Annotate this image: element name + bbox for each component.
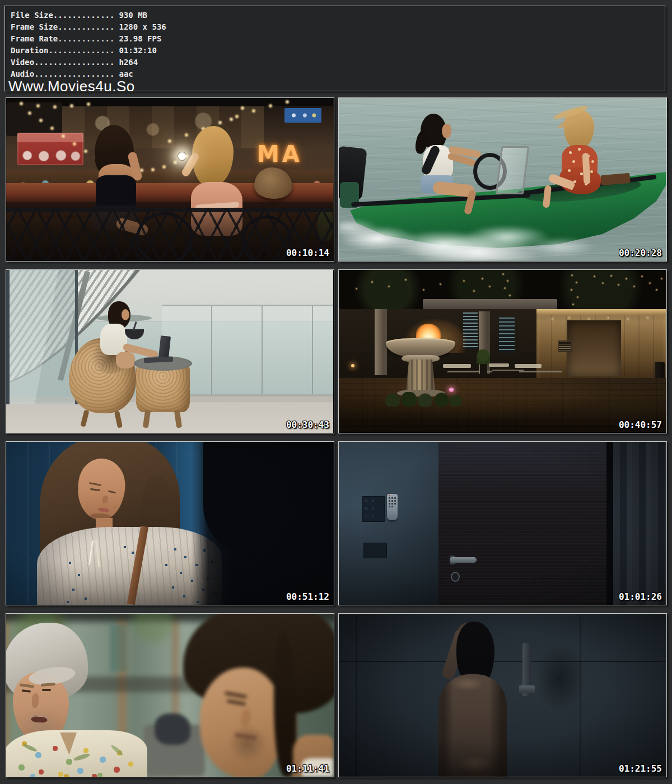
still-art: [339, 98, 666, 261]
info-leader: .................: [34, 58, 114, 67]
younger-man-blurred: [6, 614, 334, 777]
windshield: [496, 146, 530, 194]
bench: [489, 363, 509, 367]
boat-wake-spray: [339, 208, 596, 261]
still-art: [6, 442, 334, 605]
still-art: MA: [6, 98, 334, 261]
info-row-video: Video.................h264: [11, 57, 166, 68]
building-ceiling-light: [536, 309, 666, 315]
dress-floral-pattern: [339, 98, 340, 100]
downlights: [339, 270, 340, 272]
still-art: [339, 614, 666, 777]
movie-still-two-men: 01:11:41: [6, 613, 334, 777]
wall-plaque: [558, 340, 572, 352]
media-info-panel: File Size.............930 MB Frame Size.…: [4, 6, 665, 91]
red-banner: [17, 133, 83, 165]
timestamp-overlay: 00:51:12: [286, 592, 329, 601]
movie-still-blouse-woman: 00:51:12: [6, 441, 334, 605]
info-value: 930 MB: [114, 11, 147, 20]
timestamp-overlay: 00:40:57: [619, 421, 662, 430]
garden-lamp: [351, 364, 354, 367]
info-row-framerate: Frame Rate............23.98 FPS: [11, 33, 166, 45]
still-art: [339, 442, 666, 605]
media-info-lines: File Size.............930 MB Frame Size.…: [11, 10, 166, 80]
chair-hoop: [241, 216, 292, 261]
timestamp-overlay: 00:30:43: [286, 421, 329, 430]
info-value: 01:32:10: [114, 46, 156, 55]
info-label: Audio: [11, 69, 34, 78]
plant-pot: [480, 364, 487, 376]
glass-wall: [6, 270, 78, 404]
vignette: [6, 442, 334, 605]
bench: [515, 364, 542, 368]
info-label: Frame Rate: [11, 34, 58, 43]
woman-face: [122, 309, 129, 320]
phone-flash-glow: [178, 152, 186, 161]
site-watermark: Www.Movies4u.So: [8, 79, 135, 94]
info-leader: ............: [58, 22, 114, 31]
mural-wall: [62, 106, 264, 148]
movie-still-boat: 00:20:28: [338, 97, 667, 262]
timestamp-overlay: 01:01:26: [619, 592, 662, 601]
info-value: h264: [114, 58, 138, 67]
dj-booth: [6, 102, 62, 136]
shrubs: [380, 392, 462, 407]
timestamp-overlay: 01:11:41: [286, 764, 329, 773]
woman-white-top: [100, 324, 127, 355]
pink-flower-light: [449, 388, 454, 392]
info-leader: ............: [58, 34, 114, 43]
woman1-black-top: [96, 175, 136, 208]
info-row-framesize: Frame Size............1280 x 536: [11, 21, 166, 33]
info-label: Duration: [11, 46, 48, 55]
timestamp-overlay: 01:21:55: [619, 764, 662, 773]
bench: [443, 364, 471, 368]
info-row-filesize: File Size.............930 MB: [11, 10, 166, 21]
driver-face: [442, 124, 451, 138]
blue-sign: [284, 108, 321, 123]
blue-light-decor: [499, 317, 515, 353]
lobby-recess: [567, 320, 621, 376]
timestamp-overlay: 00:10:14: [286, 249, 329, 258]
woman-legs: [116, 352, 135, 368]
movie-still-dark-door: 01:01:26: [338, 441, 667, 605]
info-label: Frame Size: [11, 22, 58, 31]
info-value: aac: [114, 69, 133, 78]
info-label: File Size: [11, 11, 53, 20]
info-leader: .................: [34, 69, 114, 78]
movie-still-balcony: 00:30:43: [6, 269, 334, 433]
pedestal-column: [406, 360, 435, 392]
info-row-duration: Duration..............01:32:10: [11, 45, 166, 57]
movie-still-shower: 01:21:55: [338, 613, 667, 777]
chair-hoop: [136, 212, 193, 261]
beard-shading: [228, 724, 267, 763]
still-art: [6, 614, 334, 777]
movie-still-night-market: MA 00:10:14: [6, 97, 334, 262]
trash-bin: [655, 362, 665, 379]
vignette: [339, 442, 666, 605]
still-art: [6, 270, 334, 433]
movie-still-courtyard: 00:40:57: [338, 269, 667, 433]
info-value: 23.98 FPS: [114, 34, 161, 43]
info-label: Video: [11, 58, 34, 67]
info-leader: .............: [53, 11, 115, 20]
still-art: [339, 270, 666, 433]
timestamp-overlay: 00:20:28: [619, 249, 662, 258]
neon-sign-letters: MA: [257, 143, 302, 165]
pavilion-beam: [423, 299, 557, 309]
string-lights: [6, 98, 8, 100]
info-leader: ..............: [48, 46, 114, 55]
pavilion-column: [375, 309, 387, 375]
vignette: [339, 614, 666, 777]
info-value: 1280 x 536: [114, 22, 166, 31]
